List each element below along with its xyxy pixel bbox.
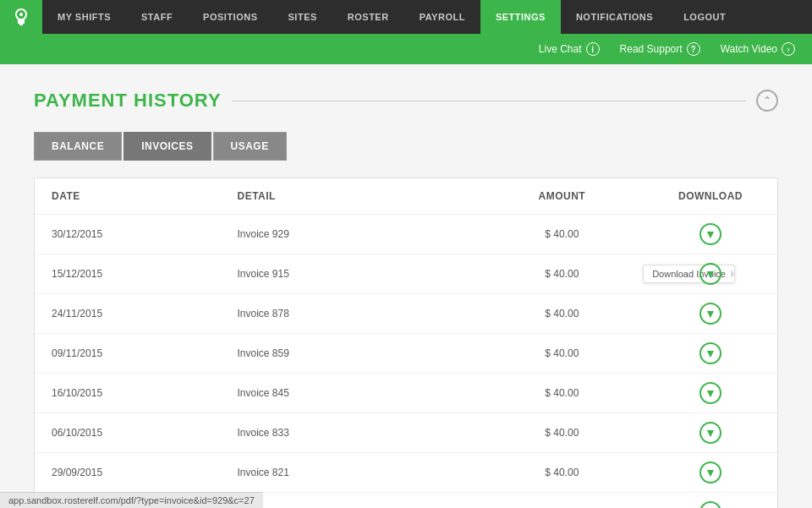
nav-item-staff[interactable]: STAFF [126, 0, 188, 34]
page-title: PAYMENT HISTORY [34, 90, 222, 112]
cell-detail: Invoice 878 [221, 294, 480, 334]
status-url: app.sandbox.rosterelf.com/pdf/?type=invo… [8, 495, 255, 505]
cell-amount: $ 40.00 [480, 254, 644, 294]
svg-point-0 [19, 13, 23, 16]
invoice-table: DATE DETAIL AMOUNT DOWNLOAD 30/12/2015In… [35, 178, 777, 508]
read-support-label: Read Support [620, 43, 683, 55]
read-support-button[interactable]: Read Support ? [620, 42, 700, 56]
top-nav: MY SHIFTSSTAFFPOSITIONSSITESROSTERPAYROL… [0, 0, 812, 34]
cell-date: 24/11/2015 [35, 294, 221, 334]
nav-item-sites[interactable]: SITES [273, 0, 332, 34]
nav-item-roster[interactable]: ROSTER [332, 0, 404, 34]
tabs: BALANCE INVOICES USAGE [34, 132, 778, 161]
cell-amount: $ 40.00 [480, 374, 644, 413]
cell-download: ▼ [644, 453, 777, 493]
nav-item-settings[interactable]: SETTINGS [480, 0, 561, 34]
nav-item-logout[interactable]: LOGOUT [668, 0, 741, 34]
download-button[interactable]: ▼ [700, 501, 721, 508]
table-row: 29/09/2015Invoice 821$ 40.00▼ [35, 453, 777, 493]
cell-amount: $ 40.00 [480, 215, 644, 254]
download-button[interactable]: ▼ [700, 462, 721, 483]
tab-balance[interactable]: BALANCE [34, 132, 122, 161]
cell-date: 15/12/2015 [35, 254, 221, 294]
nav-items: MY SHIFTSSTAFFPOSITIONSSITESROSTERPAYROL… [42, 0, 812, 34]
main-content: PAYMENT HISTORY ⌃ BALANCE INVOICES USAGE… [0, 64, 812, 508]
tab-usage[interactable]: USAGE [213, 132, 287, 161]
page-title-row: PAYMENT HISTORY ⌃ [34, 90, 778, 112]
download-button[interactable]: ▼ [700, 342, 721, 364]
table-row: 09/11/2015Invoice 859$ 40.00▼ [35, 334, 777, 374]
cell-download: ▼ [644, 215, 777, 254]
header-amount: AMOUNT [480, 178, 644, 215]
nav-item-positions[interactable]: POSITIONS [188, 0, 272, 34]
table-header-row: DATE DETAIL AMOUNT DOWNLOAD [35, 178, 777, 215]
invoice-table-container: DATE DETAIL AMOUNT DOWNLOAD 30/12/2015In… [34, 178, 778, 508]
cell-date: 29/09/2015 [35, 453, 221, 493]
cell-detail: Invoice 821 [221, 453, 480, 493]
download-button[interactable]: ▼ [700, 223, 721, 245]
nav-item-notifications[interactable]: NOTIFICATIONS [561, 0, 668, 34]
table-row: 15/12/2015Invoice 915$ 40.00Download Inv… [35, 254, 777, 294]
logo[interactable] [0, 0, 42, 34]
title-divider [232, 101, 746, 101]
download-button[interactable]: ▼ [700, 263, 721, 285]
cell-amount: $ 40.00 [480, 413, 644, 453]
live-chat-button[interactable]: Live Chat i [539, 42, 600, 56]
header-date: DATE [35, 178, 221, 215]
live-chat-icon: i [586, 42, 600, 56]
cell-detail: Invoice 929 [221, 215, 480, 254]
status-bar: app.sandbox.rosterelf.com/pdf/?type=invo… [0, 492, 263, 508]
cell-date: 09/11/2015 [35, 334, 221, 374]
download-button[interactable]: ▼ [700, 382, 721, 404]
cell-download: ▼ [644, 294, 777, 334]
download-button[interactable]: ▼ [700, 303, 721, 325]
cell-download: ▼ [644, 413, 777, 453]
tab-invoices[interactable]: INVOICES [123, 132, 211, 161]
header-download: DOWNLOAD [644, 178, 777, 215]
collapse-button[interactable]: ⌃ [756, 90, 778, 112]
download-button[interactable]: ▼ [700, 422, 721, 444]
cell-download: ▼ [644, 334, 777, 374]
question-icon: ? [687, 42, 700, 56]
cell-amount: $ 40.00 [480, 453, 644, 493]
cell-detail: Invoice 859 [221, 334, 480, 374]
cell-download: Download Invoice▼ [644, 254, 777, 294]
header-detail: DETAIL [221, 178, 480, 215]
nav-item-my-shifts[interactable]: MY SHIFTS [42, 0, 126, 34]
cell-amount: $ 40.00 [480, 294, 644, 334]
cell-detail: Invoice 915 [221, 254, 480, 294]
cell-detail: Invoice 833 [221, 413, 480, 453]
live-chat-label: Live Chat [539, 43, 582, 55]
table-row: 30/12/2015Invoice 929$ 40.00▼ [35, 215, 777, 254]
cell-amount: $ 40.00 [480, 493, 644, 509]
support-bar: Live Chat i Read Support ? Watch Video › [0, 34, 812, 64]
cell-date: 06/10/2015 [35, 413, 221, 453]
watch-video-label: Watch Video [721, 43, 777, 55]
arrow-right-icon: › [782, 42, 795, 56]
table-row: 06/10/2015Invoice 833$ 40.00▼ [35, 413, 777, 453]
cell-detail: Invoice 845 [221, 374, 480, 413]
table-row: 16/10/2015Invoice 845$ 40.00▼ [35, 374, 777, 413]
nav-item-payroll[interactable]: PAYROLL [404, 0, 480, 34]
cell-amount: $ 40.00 [480, 334, 644, 374]
watch-video-button[interactable]: Watch Video › [721, 42, 795, 56]
cell-date: 16/10/2015 [35, 374, 221, 413]
cell-date: 30/12/2015 [35, 215, 221, 254]
cell-download: ▼ [644, 493, 777, 509]
table-row: 24/11/2015Invoice 878$ 40.00▼ [35, 294, 777, 334]
cell-download: ▼ [644, 374, 777, 413]
